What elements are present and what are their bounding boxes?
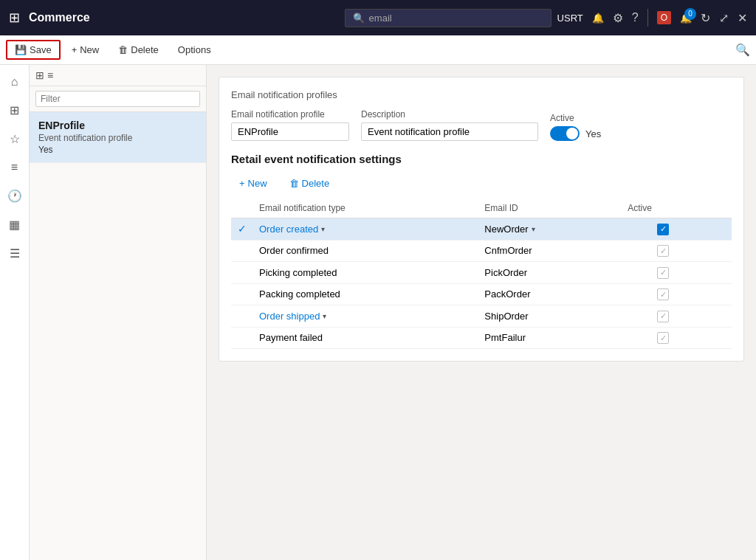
sidebar-filter-icon[interactable]: ⊞ (35, 69, 44, 81)
table-header: Email notification type Email ID Active (231, 198, 732, 218)
row-email-cell: PmtFailur (478, 327, 622, 349)
save-label: Save (30, 44, 52, 55)
new-label: New (80, 44, 99, 55)
search-input[interactable] (369, 13, 543, 24)
topbar-separator (647, 9, 648, 27)
table-row[interactable]: Order confirmedCnfmOrder (231, 240, 732, 262)
row-type-cell: Payment failed (253, 327, 478, 349)
bell-icon: 🔔 (592, 13, 604, 24)
topbar-right: USRT 🔔 ⚙ ? O 🔔 0 ↻ ⤢ ✕ (557, 9, 747, 27)
toolbar-search-icon[interactable]: 🔍 (735, 43, 750, 57)
close-icon[interactable]: ✕ (738, 11, 747, 25)
nav-list-icon[interactable]: ☰ (5, 242, 24, 265)
nav-menu-icon[interactable]: ≡ (7, 156, 22, 179)
header-row: Email notification type Email ID Active (231, 198, 732, 218)
profile-field-group: Email notification profile (231, 109, 349, 141)
bell-notification[interactable]: 🔔 (592, 13, 604, 24)
refresh-icon[interactable]: ↻ (701, 11, 710, 25)
sidebar-menu-icon[interactable]: ≡ (47, 69, 53, 81)
active-checkbox-unchecked[interactable] (657, 311, 669, 322)
description-label: Description (361, 109, 538, 120)
nav-star-icon[interactable]: ☆ (5, 128, 24, 151)
nav-filter-icon[interactable]: ⊞ (5, 99, 24, 122)
col-extra (704, 198, 732, 218)
row-active-cell[interactable] (622, 305, 704, 328)
active-checkbox-checked[interactable] (657, 224, 669, 235)
global-search[interactable]: 🔍 (345, 9, 551, 27)
help-icon[interactable]: ? (632, 11, 639, 24)
profile-label: Email notification profile (231, 109, 349, 120)
app-notification-badge[interactable]: 🔔 0 (680, 13, 692, 24)
delete-button[interactable]: 🗑 Delete (110, 41, 167, 59)
active-checkbox-unchecked[interactable] (657, 288, 669, 300)
table-body: ✓Order created▾NewOrder ▾Order confirmed… (231, 218, 732, 349)
active-checkbox-unchecked[interactable] (657, 267, 669, 279)
active-toggle[interactable] (550, 126, 580, 141)
options-label: Options (178, 44, 211, 55)
row-active-cell[interactable] (622, 327, 704, 349)
options-button[interactable]: Options (170, 41, 219, 59)
user-label: USRT (557, 13, 583, 24)
save-icon: 💾 (15, 44, 27, 55)
delete-label: Delete (131, 44, 159, 55)
app-title: Commerce (29, 11, 339, 24)
expand-icon[interactable]: ⤢ (719, 11, 729, 25)
office-icon[interactable]: O (657, 11, 671, 24)
table-row[interactable]: Payment failedPmtFailur (231, 327, 732, 349)
retail-new-button[interactable]: + New (231, 174, 275, 193)
type-dropdown-arrow[interactable]: ▾ (321, 225, 325, 233)
row-email-cell: NewOrder ▾ (478, 218, 622, 241)
retail-section-title: Retail event notification settings (231, 153, 732, 165)
col-check (231, 198, 253, 218)
save-button[interactable]: 💾 Save (6, 40, 61, 60)
nav-table-icon[interactable]: ▦ (4, 213, 24, 236)
active-checkbox-unchecked[interactable] (657, 245, 669, 257)
new-plus-icon: + (72, 44, 78, 55)
sidebar-filter-input[interactable] (35, 91, 200, 107)
row-email-cell: PackOrder (478, 283, 622, 305)
table-row[interactable]: Picking completedPickOrder (231, 262, 732, 284)
row-extra-cell (704, 240, 732, 262)
table-row[interactable]: Order shipped▾ShipOrder (231, 305, 732, 328)
active-label: Active (550, 113, 601, 123)
row-active-cell[interactable] (622, 283, 704, 305)
left-nav: ⌂ ⊞ ☆ ≡ 🕐 ▦ ☰ (0, 65, 30, 560)
retail-delete-button[interactable]: 🗑 Delete (281, 174, 338, 193)
row-type-link[interactable]: Order created (259, 224, 318, 235)
delete-icon: 🗑 (118, 44, 128, 55)
settings-icon[interactable]: ⚙ (613, 11, 623, 25)
row-type-cell[interactable]: Order created▾ (253, 218, 478, 241)
row-checkmark: ✓ (238, 223, 247, 235)
row-active-cell[interactable] (622, 262, 704, 284)
email-dropdown-arrow[interactable]: ▾ (532, 225, 535, 233)
active-checkbox-unchecked[interactable] (657, 332, 669, 344)
retail-toolbar: + New 🗑 Delete (231, 174, 732, 193)
new-button[interactable]: + New (63, 41, 108, 59)
table-row[interactable]: ✓Order created▾NewOrder ▾ (231, 218, 732, 241)
nav-home-icon[interactable]: ⌂ (7, 71, 23, 93)
table-row[interactable]: Packing completedPackOrder (231, 283, 732, 305)
col-email-id: Email ID (478, 198, 622, 218)
row-type-cell[interactable]: Order shipped▾ (253, 305, 478, 328)
type-dropdown-arrow[interactable]: ▾ (323, 312, 326, 320)
row-check-cell (231, 262, 253, 284)
row-extra-cell (704, 327, 732, 349)
row-extra-cell (704, 283, 732, 305)
row-extra-cell (704, 262, 732, 284)
row-type-cell: Packing completed (253, 283, 478, 305)
row-email-cell: ShipOrder (478, 305, 622, 328)
row-active-cell[interactable] (622, 240, 704, 262)
retail-section: Retail event notification settings + New… (231, 153, 732, 349)
description-input[interactable] (361, 122, 538, 141)
retail-new-label: New (248, 178, 267, 189)
sidebar-item-enprofile[interactable]: ENProfile Event notification profile Yes (30, 112, 206, 163)
apps-grid-icon[interactable]: ⊞ (9, 10, 20, 26)
notification-count: 0 (684, 8, 696, 20)
sidebar-toolbar: ⊞ ≡ (30, 65, 206, 86)
nav-clock-icon[interactable]: 🕐 (3, 184, 27, 207)
row-active-cell[interactable] (622, 218, 704, 241)
row-type-link[interactable]: Order shipped (259, 311, 320, 322)
profile-input[interactable] (231, 122, 349, 141)
row-check-cell (231, 305, 253, 328)
description-field-group: Description (361, 109, 538, 141)
